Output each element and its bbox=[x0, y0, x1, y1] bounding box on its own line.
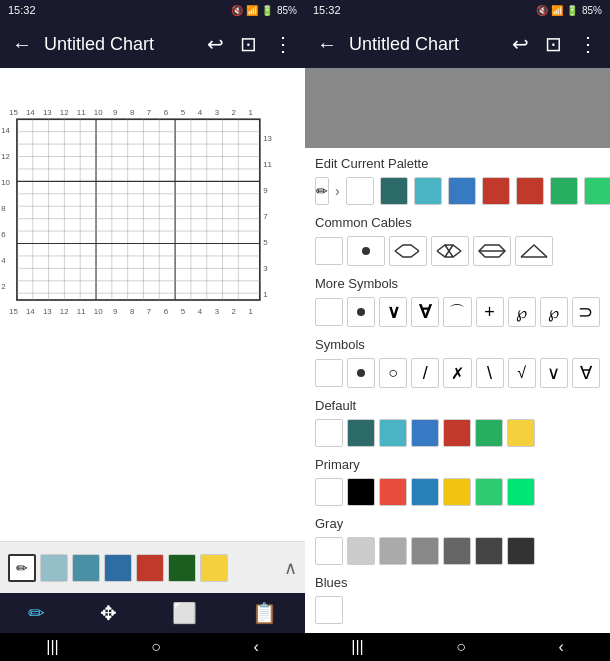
gray-0[interactable] bbox=[315, 537, 343, 565]
svg-text:2: 2 bbox=[232, 307, 236, 316]
more-button-right[interactable]: ⋮ bbox=[574, 28, 602, 60]
s-circle[interactable]: ○ bbox=[379, 358, 407, 388]
edit-chevron-icon[interactable]: › bbox=[335, 183, 340, 199]
status-bar-left: 15:32 🔇 📶 🔋 85% bbox=[0, 0, 305, 20]
svg-text:15: 15 bbox=[9, 108, 18, 117]
cc-sym3[interactable] bbox=[473, 236, 511, 266]
edit-palette-title: Edit Current Palette bbox=[315, 156, 600, 171]
def-1[interactable] bbox=[347, 419, 375, 447]
swatch-1[interactable] bbox=[40, 554, 68, 582]
ms-forall[interactable]: ∀ bbox=[411, 297, 439, 327]
undo-button-right[interactable]: ↩ bbox=[508, 28, 533, 60]
pri-2[interactable] bbox=[379, 478, 407, 506]
gray-3[interactable] bbox=[411, 537, 439, 565]
ep-swatch-5[interactable] bbox=[516, 177, 544, 205]
chart-preview bbox=[305, 68, 610, 148]
s-dot[interactable] bbox=[347, 358, 375, 388]
nav-back-right[interactable]: ‹ bbox=[558, 638, 563, 656]
time-right: 15:32 bbox=[313, 4, 341, 16]
svg-text:9: 9 bbox=[113, 108, 118, 117]
pri-4[interactable] bbox=[443, 478, 471, 506]
copy-nav-icon[interactable]: 📋 bbox=[252, 601, 277, 625]
swatch-3[interactable] bbox=[104, 554, 132, 582]
s-slash[interactable]: / bbox=[411, 358, 439, 388]
edit-pencil-button[interactable]: ✏ bbox=[315, 177, 329, 205]
cc-sym2[interactable] bbox=[431, 236, 469, 266]
bottom-color-toolbar: ✏ ∧ bbox=[0, 541, 305, 593]
cc-sym4[interactable] bbox=[515, 236, 553, 266]
def-5[interactable] bbox=[475, 419, 503, 447]
ep-swatch-3[interactable] bbox=[448, 177, 476, 205]
frame-button-right[interactable]: ⊡ bbox=[541, 28, 566, 60]
s-wedge[interactable]: ∨ bbox=[540, 358, 568, 388]
def-0[interactable] bbox=[315, 419, 343, 447]
pri-1[interactable] bbox=[347, 478, 375, 506]
s-pct[interactable]: ✗ bbox=[443, 358, 471, 388]
ep-swatch-1[interactable] bbox=[380, 177, 408, 205]
nav-home[interactable]: ○ bbox=[151, 638, 161, 656]
s-backslash[interactable]: \ bbox=[476, 358, 504, 388]
gray-5[interactable] bbox=[475, 537, 503, 565]
nav-recent[interactable]: ||| bbox=[46, 638, 58, 656]
more-button-left[interactable]: ⋮ bbox=[269, 28, 297, 60]
ms-blank[interactable] bbox=[315, 298, 343, 326]
blue-0[interactable] bbox=[315, 596, 343, 624]
swatch-5[interactable] bbox=[168, 554, 196, 582]
symbols-title: Symbols bbox=[315, 337, 600, 352]
cc-dot[interactable] bbox=[347, 236, 385, 266]
gray-6[interactable] bbox=[507, 537, 535, 565]
s-blank[interactable] bbox=[315, 359, 343, 387]
nav-back[interactable]: ‹ bbox=[253, 638, 258, 656]
svg-text:2: 2 bbox=[1, 282, 5, 291]
nav-recent-right[interactable]: ||| bbox=[351, 638, 363, 656]
back-button-right[interactable]: ← bbox=[313, 29, 341, 60]
ms-dot[interactable] bbox=[347, 297, 375, 327]
ms-plus[interactable]: + bbox=[476, 297, 504, 327]
pri-0[interactable] bbox=[315, 478, 343, 506]
frame-button-left[interactable]: ⊡ bbox=[236, 28, 261, 60]
default-title: Default bbox=[315, 398, 600, 413]
pri-5[interactable] bbox=[475, 478, 503, 506]
ep-swatch-7[interactable] bbox=[584, 177, 610, 205]
def-3[interactable] bbox=[411, 419, 439, 447]
gray-4[interactable] bbox=[443, 537, 471, 565]
pencil-swatch[interactable]: ✏ bbox=[8, 554, 36, 582]
collapse-button[interactable]: ∧ bbox=[284, 557, 297, 579]
s-forall[interactable]: ∀ bbox=[572, 358, 600, 388]
ep-swatch-0[interactable] bbox=[346, 177, 374, 205]
ep-swatch-4[interactable] bbox=[482, 177, 510, 205]
def-2[interactable] bbox=[379, 419, 407, 447]
ms-loop2[interactable]: ℘ bbox=[540, 297, 568, 327]
draw-nav-icon[interactable]: ✏ bbox=[28, 601, 45, 625]
svg-text:2: 2 bbox=[232, 108, 236, 117]
select-nav-icon[interactable]: ⬜ bbox=[172, 601, 197, 625]
swatch-6[interactable] bbox=[200, 554, 228, 582]
pri-3[interactable] bbox=[411, 478, 439, 506]
def-4[interactable] bbox=[443, 419, 471, 447]
gray-1[interactable] bbox=[347, 537, 375, 565]
ep-swatch-2[interactable] bbox=[414, 177, 442, 205]
back-button-left[interactable]: ← bbox=[8, 29, 36, 60]
swatch-4[interactable] bbox=[136, 554, 164, 582]
common-cables-title: Common Cables bbox=[315, 215, 600, 230]
cc-sym1[interactable] bbox=[389, 236, 427, 266]
battery-icon-left: 🔇 📶 🔋 bbox=[231, 5, 273, 16]
svg-text:12: 12 bbox=[1, 152, 10, 161]
ms-arc[interactable]: ⌒ bbox=[443, 297, 471, 327]
default-row bbox=[315, 419, 600, 447]
gray-2[interactable] bbox=[379, 537, 407, 565]
gray-row bbox=[315, 537, 600, 565]
cc-blank[interactable] bbox=[315, 237, 343, 265]
def-6[interactable] bbox=[507, 419, 535, 447]
ms-loop[interactable]: ℘ bbox=[508, 297, 536, 327]
undo-button-left[interactable]: ↩ bbox=[203, 28, 228, 60]
s-check[interactable]: √ bbox=[508, 358, 536, 388]
ms-v[interactable]: ∨ bbox=[379, 297, 407, 327]
ep-swatch-6[interactable] bbox=[550, 177, 578, 205]
pri-6[interactable] bbox=[507, 478, 535, 506]
nav-home-right[interactable]: ○ bbox=[456, 638, 466, 656]
move-nav-icon[interactable]: ✥ bbox=[100, 601, 117, 625]
swatch-2[interactable] bbox=[72, 554, 100, 582]
ms-c[interactable]: ⊃ bbox=[572, 297, 600, 327]
svg-text:5: 5 bbox=[181, 108, 186, 117]
